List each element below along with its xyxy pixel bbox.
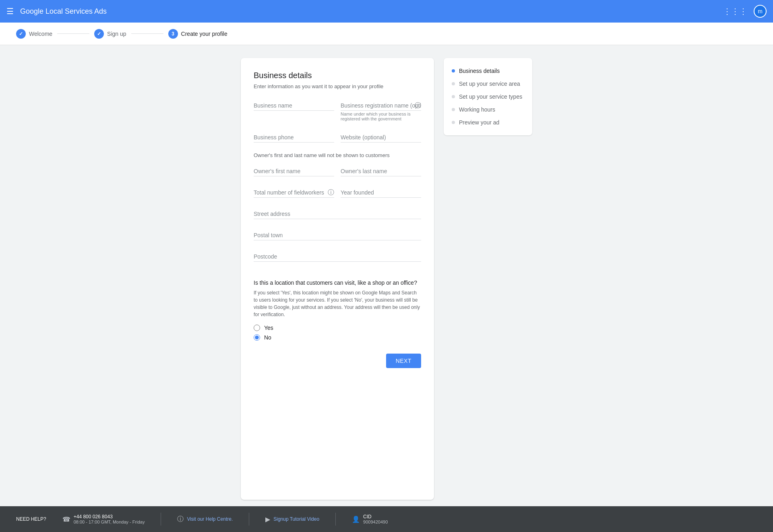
footer-phone-info: +44 800 026 8043 08:00 - 17:00 GMT, Mond… <box>74 514 145 524</box>
location-question-title: Is this a location that customers can vi… <box>254 279 421 286</box>
sidebar-item-service-types: Set up your service types <box>452 93 524 100</box>
app-title: Google Local Services Ads <box>20 7 107 16</box>
phone-website-row <box>254 131 421 151</box>
postal-town-input[interactable] <box>254 229 421 240</box>
footer-need-help: NEED HELP? <box>16 516 46 522</box>
radio-no-label[interactable]: No <box>254 334 421 341</box>
website-field <box>341 131 421 143</box>
sidebar-item-business-details: Business details <box>452 68 524 74</box>
sidebar-bullet-working-hours <box>452 108 455 111</box>
postcode-input[interactable] <box>254 250 421 262</box>
sidebar-label-preview-ad: Preview your ad <box>459 119 499 126</box>
owner-first-input[interactable] <box>254 165 334 176</box>
footer-divider-3 <box>335 513 336 526</box>
footer-help-centre: ⓘ Visit our Help Centre. <box>177 515 233 524</box>
website-input[interactable] <box>341 131 421 143</box>
business-name-input[interactable] <box>254 99 334 111</box>
person-icon: 👤 <box>352 515 360 523</box>
info-icon-fieldworkers[interactable]: ⓘ <box>328 188 334 197</box>
sidebar-bullet-business-details <box>452 69 455 72</box>
postal-town-field <box>254 229 421 240</box>
radio-yes-input[interactable] <box>254 325 260 331</box>
step-circle-welcome: ✓ <box>16 29 26 39</box>
cid-value: 9009420490 <box>363 520 388 524</box>
info-icon-reg[interactable]: ⓘ <box>415 101 421 110</box>
footer-divider-2 <box>249 513 249 526</box>
cid-label: CID <box>363 514 388 520</box>
app-header: ☰ Google Local Services Ads ⋮⋮⋮ m <box>0 0 773 23</box>
postcode-row <box>254 250 421 270</box>
step-connector-1 <box>57 33 89 34</box>
radio-yes-label[interactable]: Yes <box>254 325 421 331</box>
street-input[interactable] <box>254 207 421 219</box>
business-phone-field <box>254 131 334 143</box>
header-right: ⋮⋮⋮ m <box>723 5 767 18</box>
owner-first-field <box>254 165 334 176</box>
radio-yes-text: Yes <box>264 325 273 331</box>
radio-no-text: No <box>264 334 271 341</box>
business-phone-input[interactable] <box>254 131 334 143</box>
business-name-field <box>254 99 334 121</box>
app-footer: NEED HELP? ☎ +44 800 026 8043 08:00 - 17… <box>0 506 773 532</box>
sidebar-card: Business details Set up your service are… <box>444 58 532 135</box>
fieldworkers-input[interactable] <box>254 186 334 198</box>
checkmark-icon: ✓ <box>19 31 23 37</box>
checkmark-icon-2: ✓ <box>97 31 101 37</box>
business-reg-helper: Name under which your business is regist… <box>341 112 421 121</box>
need-help-label: NEED HELP? <box>16 516 46 522</box>
form-card: Business details Enter information as yo… <box>241 58 434 500</box>
street-field <box>254 207 421 219</box>
postal-town-row <box>254 229 421 248</box>
location-radio-group: Yes No <box>254 325 421 341</box>
step-label-signup: Sign up <box>107 31 126 37</box>
step-number-3: 3 <box>172 31 174 37</box>
main-content: Business details Enter information as yo… <box>0 45 773 532</box>
radio-no-input[interactable] <box>254 334 260 341</box>
footer-tutorial: ▶ Signup Tutorial Video <box>265 515 319 523</box>
step-signup: ✓ Sign up <box>94 29 126 39</box>
grid-icon[interactable]: ⋮⋮⋮ <box>723 6 747 16</box>
sidebar-bullet-preview-ad <box>452 121 455 124</box>
footer-phone-hours: 08:00 - 17:00 GMT, Monday - Friday <box>74 520 145 524</box>
sidebar-label-working-hours: Working hours <box>459 106 495 113</box>
postcode-field <box>254 250 421 262</box>
form-footer: NEXT <box>254 354 421 368</box>
form-subtitle: Enter information as you want it to appe… <box>254 83 421 89</box>
tutorial-link[interactable]: Signup Tutorial Video <box>273 516 319 522</box>
sidebar-label-service-area: Set up your service area <box>459 81 520 87</box>
fieldworkers-year-row: ⓘ <box>254 186 421 206</box>
step-create-profile: 3 Create your profile <box>168 29 227 39</box>
footer-cid-info: CID 9009420490 <box>363 514 388 524</box>
sidebar-item-service-area: Set up your service area <box>452 81 524 87</box>
avatar[interactable]: m <box>754 5 767 18</box>
location-question-desc: If you select 'Yes', this location might… <box>254 289 421 318</box>
next-button[interactable]: NEXT <box>386 354 421 368</box>
street-row <box>254 207 421 227</box>
form-title: Business details <box>254 71 421 80</box>
location-question: Is this a location that customers can vi… <box>254 279 421 341</box>
owner-note: Owner's first and last name will not be … <box>254 152 421 158</box>
footer-phone: +44 800 026 8043 <box>74 514 145 520</box>
sidebar-bullet-service-area <box>452 82 455 85</box>
sidebar-label-business-details: Business details <box>459 68 500 74</box>
stepper-bar: ✓ Welcome ✓ Sign up 3 Create your profil… <box>0 23 773 45</box>
business-reg-input[interactable] <box>341 99 421 111</box>
owner-last-input[interactable] <box>341 165 421 176</box>
phone-icon: ☎ <box>62 515 70 523</box>
owner-name-row <box>254 165 421 184</box>
owner-last-field <box>341 165 421 176</box>
sidebar-item-preview-ad: Preview your ad <box>452 119 524 126</box>
header-left: ☰ Google Local Services Ads <box>6 6 107 16</box>
step-welcome: ✓ Welcome <box>16 29 52 39</box>
step-circle-create-profile: 3 <box>168 29 178 39</box>
help-centre-link[interactable]: Visit our Help Centre. <box>187 516 233 522</box>
business-name-row: ⓘ Name under which your business is regi… <box>254 99 421 129</box>
year-founded-field <box>341 186 421 198</box>
sidebar-item-working-hours: Working hours <box>452 106 524 113</box>
step-label-create-profile: Create your profile <box>181 31 227 37</box>
hamburger-icon[interactable]: ☰ <box>6 6 14 16</box>
step-circle-signup: ✓ <box>94 29 104 39</box>
footer-cid-section: 👤 CID 9009420490 <box>352 514 388 524</box>
year-founded-input[interactable] <box>341 186 421 198</box>
fieldworkers-field: ⓘ <box>254 186 334 198</box>
